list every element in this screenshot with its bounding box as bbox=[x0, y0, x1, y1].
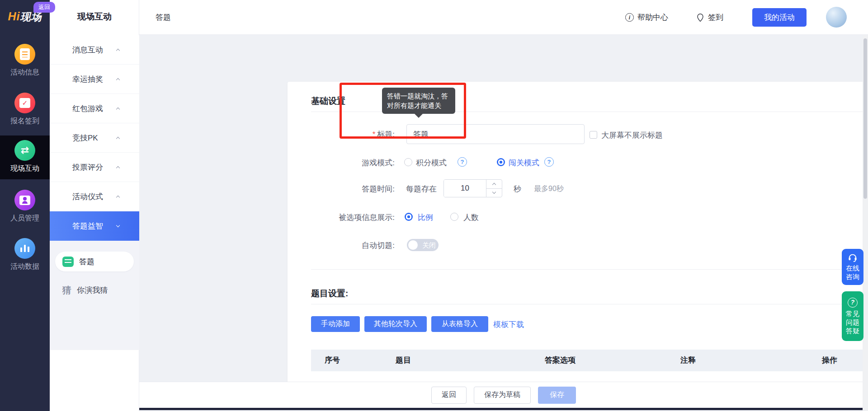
secondary-sidebar-title: 现场互动 bbox=[50, 11, 139, 23]
import-sheet-button[interactable]: 从表格导入 bbox=[431, 316, 488, 332]
my-activities-button[interactable]: 我的活动 bbox=[752, 8, 807, 27]
chevron-up-icon bbox=[116, 196, 120, 199]
toggle-state-label: 关闭 bbox=[422, 239, 436, 251]
auto-switch-field-label: 自动切题: bbox=[288, 240, 395, 251]
sidebar-item-label: 报名签到 bbox=[0, 117, 50, 126]
online-consult-button[interactable]: 在线咨询 bbox=[842, 249, 863, 285]
submenu-item-label: 你演我猜 bbox=[77, 285, 108, 295]
template-download-link[interactable]: 模板下载 bbox=[493, 319, 524, 330]
menu-group-vote[interactable]: 投票评分 bbox=[50, 153, 139, 182]
column-header-index: 序号 bbox=[325, 350, 340, 371]
display-ratio-radio[interactable] bbox=[405, 213, 413, 221]
sidebar-item-label: 人员管理 bbox=[0, 214, 50, 223]
time-field-label: 答题时间: bbox=[288, 184, 395, 194]
sidebar-item-activity-info[interactable]: 活动信息 bbox=[0, 44, 50, 77]
display-ratio-label[interactable]: 比例 bbox=[418, 212, 433, 223]
stepper-up-button[interactable] bbox=[486, 180, 502, 189]
back-button[interactable]: 返回 bbox=[431, 387, 467, 404]
time-unit-label: 秒 bbox=[514, 184, 521, 194]
manual-add-button[interactable]: 手动添加 bbox=[311, 316, 360, 332]
mode-pass-label[interactable]: 闯关模式 bbox=[509, 158, 539, 168]
question-table-header: 序号 题目 答案选项 注释 操作 bbox=[311, 350, 868, 371]
menu-group-pk[interactable]: 竞技PK bbox=[50, 123, 139, 153]
mode-pass-radio[interactable] bbox=[497, 158, 505, 166]
sidebar-item-live-interaction[interactable]: 现场互动 bbox=[0, 140, 50, 173]
mode-point-help-icon[interactable] bbox=[458, 157, 467, 167]
sidebar-item-activity-data[interactable]: 活动数据 bbox=[0, 238, 50, 271]
help-center-label: 帮助中心 bbox=[637, 12, 668, 23]
chevron-up-icon bbox=[116, 107, 120, 111]
column-header-actions: 操作 bbox=[822, 350, 837, 371]
menu-group-label: 红包游戏 bbox=[72, 103, 103, 114]
stepper-controls bbox=[486, 180, 502, 197]
sync-icon bbox=[14, 140, 35, 161]
save-draft-button[interactable]: 保存为草稿 bbox=[474, 387, 531, 404]
question-circle-icon bbox=[848, 298, 858, 308]
chevron-up-icon bbox=[492, 183, 496, 187]
menu-group-quiz[interactable]: 答题益智 bbox=[50, 211, 139, 241]
menu-group-message[interactable]: 消息互动 bbox=[50, 35, 139, 65]
column-header-note: 注释 bbox=[680, 350, 696, 371]
faq-label: 常见问题答疑 bbox=[845, 309, 860, 335]
divider bbox=[311, 269, 868, 270]
avatar[interactable] bbox=[826, 7, 847, 28]
faq-button[interactable]: 常见问题答疑 bbox=[842, 291, 863, 341]
menu-group-red-packet[interactable]: 红包游戏 bbox=[50, 94, 139, 123]
primary-sidebar: Hi现场 活动信息 报名签到 现场互动 人员管理 活动数据 bbox=[0, 0, 50, 411]
sidebar-item-label: 现场互动 bbox=[0, 164, 50, 173]
scrollbar-thumb[interactable] bbox=[863, 38, 867, 199]
secondary-sidebar: 现场互动 消息互动 幸运抽奖 红包游戏 竞技PK 投票评分 活动仪式 答题益智 … bbox=[50, 0, 139, 411]
time-prefix-label: 每题存在 bbox=[406, 184, 437, 194]
auto-switch-toggle[interactable]: 关闭 bbox=[407, 239, 439, 251]
help-center-link[interactable]: 帮助中心 bbox=[625, 0, 668, 35]
display-field-label: 被选项信息展示: bbox=[288, 212, 395, 223]
column-header-options: 答案选项 bbox=[545, 350, 576, 371]
person-icon bbox=[14, 190, 35, 210]
document-icon bbox=[14, 44, 35, 65]
chevron-up-icon bbox=[116, 49, 120, 52]
mode-field-label: 游戏模式: bbox=[288, 158, 395, 168]
mode-point-label[interactable]: 积分模式 bbox=[416, 158, 447, 168]
menu-group-ceremony[interactable]: 活动仪式 bbox=[50, 182, 139, 211]
mode-tooltip: 答错一题就淘汰，答对所有题才能通关 bbox=[382, 88, 455, 114]
sidebar-item-signup-checkin[interactable]: 报名签到 bbox=[0, 93, 50, 126]
submenu-item-quiz[interactable]: 答题 bbox=[55, 252, 134, 271]
menu-group-label: 消息互动 bbox=[72, 45, 103, 55]
stepper-down-button[interactable] bbox=[486, 189, 502, 197]
mode-point-radio[interactable] bbox=[404, 158, 412, 166]
big-screen-checkbox[interactable] bbox=[590, 131, 597, 139]
checkin-link[interactable]: 签到 bbox=[696, 0, 723, 35]
menu-group-label: 投票评分 bbox=[72, 162, 103, 173]
big-screen-checkbox-label: 大屏幕不展示标题 bbox=[601, 130, 663, 140]
location-pin-icon bbox=[696, 13, 704, 22]
chevron-up-icon bbox=[116, 78, 120, 82]
menu-group-label: 活动仪式 bbox=[72, 191, 103, 202]
save-button[interactable]: 保存 bbox=[538, 387, 576, 404]
breadcrumb: 答题 bbox=[156, 0, 171, 35]
submenu-item-guess[interactable]: 猜 你演我猜 bbox=[62, 284, 108, 296]
chevron-up-icon bbox=[116, 166, 120, 170]
headset-icon bbox=[848, 253, 858, 262]
checkin-label: 签到 bbox=[708, 12, 723, 23]
sidebar-item-personnel[interactable]: 人员管理 bbox=[0, 190, 50, 223]
info-icon bbox=[625, 13, 634, 22]
logo-hi-text: Hi bbox=[8, 10, 20, 23]
guess-glyph-icon: 猜 bbox=[62, 284, 71, 296]
menu-group-lucky-draw[interactable]: 幸运抽奖 bbox=[50, 65, 139, 94]
bottom-edge-line bbox=[50, 408, 868, 410]
time-hint-label: 最多90秒 bbox=[534, 184, 564, 194]
consult-label: 在线咨询 bbox=[845, 264, 860, 281]
time-input[interactable] bbox=[444, 180, 486, 197]
app-window: Hi现场 活动信息 报名签到 现场互动 人员管理 活动数据 返回 现场互动 消息… bbox=[0, 0, 868, 411]
display-count-radio[interactable] bbox=[450, 213, 458, 221]
back-badge-button[interactable]: 返回 bbox=[33, 2, 55, 13]
mode-pass-help-icon[interactable] bbox=[544, 157, 554, 167]
bar-chart-icon bbox=[14, 238, 35, 259]
top-bar: 答题 帮助中心 签到 我的活动 bbox=[139, 0, 868, 35]
chevron-down-icon bbox=[116, 223, 120, 227]
column-header-title: 题目 bbox=[396, 350, 411, 371]
display-count-label[interactable]: 人数 bbox=[463, 212, 479, 223]
question-settings-title: 题目设置: bbox=[311, 288, 348, 299]
import-round-button[interactable]: 其他轮次导入 bbox=[364, 316, 427, 332]
sidebar-item-label: 活动信息 bbox=[0, 68, 50, 77]
